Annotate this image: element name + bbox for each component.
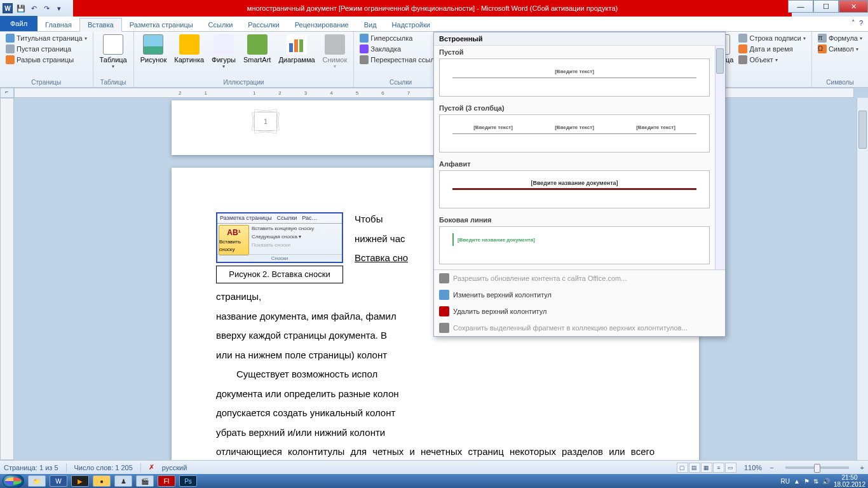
close-button[interactable]: ✕ bbox=[839, 0, 868, 13]
status-page[interactable]: Страница: 1 из 5 bbox=[4, 464, 58, 471]
picture-icon bbox=[143, 34, 163, 55]
tab-insert[interactable]: Вставка bbox=[79, 18, 122, 32]
view-buttons: ▢ ▤ ▦ ≡ ▭ bbox=[677, 463, 736, 473]
table-button[interactable]: Таблица bbox=[97, 33, 130, 71]
tray-language[interactable]: RU bbox=[781, 478, 790, 485]
equation-icon: π bbox=[818, 34, 827, 43]
tab-page-layout[interactable]: Разметка страницы bbox=[122, 18, 201, 31]
smartart-icon bbox=[247, 34, 268, 55]
status-language[interactable]: русский bbox=[162, 464, 187, 471]
tab-review[interactable]: Рецензирование bbox=[287, 18, 356, 31]
qat-undo-icon[interactable]: ↶ bbox=[28, 3, 39, 14]
ribbon-tabstrip: Файл Главная Вставка Разметка страницы С… bbox=[0, 17, 868, 32]
status-word-count[interactable]: Число слов: 1 205 bbox=[74, 464, 133, 471]
taskbar-explorer-icon[interactable]: 📁 bbox=[28, 475, 46, 487]
maximize-button[interactable]: ☐ bbox=[813, 0, 839, 13]
cross-ref-button[interactable]: Перекрестная ссылка bbox=[358, 55, 444, 65]
chart-button[interactable]: Диаграмма bbox=[276, 33, 317, 65]
vertical-scrollbar[interactable] bbox=[857, 98, 868, 460]
view-outline-icon[interactable]: ≡ bbox=[713, 463, 724, 473]
qat-redo-icon[interactable]: ↷ bbox=[41, 3, 52, 14]
scrollbar-thumb[interactable] bbox=[858, 111, 867, 149]
group-label-tables: Таблицы bbox=[97, 78, 130, 87]
zoom-in-button[interactable]: + bbox=[860, 464, 864, 471]
tab-references[interactable]: Ссылки bbox=[201, 18, 241, 31]
gallery-item-blank-3col[interactable]: [Введите текст][Введите текст][Введите т… bbox=[439, 114, 710, 152]
tray-clock[interactable]: 21:5018.02.2012 bbox=[834, 474, 865, 488]
help-icon[interactable]: ? bbox=[859, 19, 863, 27]
tab-file[interactable]: Файл bbox=[0, 16, 37, 31]
tab-addins[interactable]: Надстройки bbox=[384, 18, 438, 31]
tray-network-icon[interactable]: ⇅ bbox=[813, 478, 818, 485]
view-web-icon[interactable]: ▦ bbox=[701, 463, 712, 473]
gallery-action-save-selection: Сохранить выделенный фрагмент в коллекци… bbox=[434, 320, 725, 336]
clipart-button[interactable]: Картинка bbox=[172, 33, 207, 65]
cover-page-button[interactable]: Титульная страница bbox=[4, 33, 89, 43]
shapes-button[interactable]: Фигуры bbox=[209, 33, 238, 71]
object-button[interactable]: Объект bbox=[736, 55, 807, 65]
view-fullscreen-icon[interactable]: ▤ bbox=[689, 463, 700, 473]
body-text: допускается создать уникальный колонт bbox=[216, 406, 654, 421]
table-icon bbox=[103, 34, 123, 55]
taskbar-aimp-icon[interactable]: ▶ bbox=[71, 475, 89, 487]
equation-button[interactable]: πФормула bbox=[816, 33, 864, 43]
hyperlink-button[interactable]: Гиперссылка bbox=[358, 33, 444, 43]
clipart-icon bbox=[179, 34, 200, 55]
gallery-scrollbar-thumb[interactable] bbox=[716, 48, 724, 74]
remove-header-icon bbox=[439, 306, 449, 316]
symbol-icon: Ω bbox=[818, 44, 827, 53]
tray-volume-icon[interactable]: 🔊 bbox=[822, 478, 830, 485]
figure-caption: Рисунок 2. Вставка сноски bbox=[216, 266, 343, 283]
minimize-button[interactable]: — bbox=[788, 0, 813, 13]
gallery-item-alphabet[interactable]: [Введите название документа] bbox=[439, 170, 710, 208]
body-text: отличающиеся колонтитулы для четных и не… bbox=[216, 445, 654, 460]
blank-page-button[interactable]: Пустая страница bbox=[4, 44, 89, 54]
taskbar-word-icon[interactable]: W bbox=[50, 475, 67, 487]
window-controls: — ☐ ✕ bbox=[788, 0, 868, 13]
qat-save-icon[interactable]: 💾 bbox=[15, 3, 27, 14]
gallery-item-sideline[interactable]: [Введите название документа] bbox=[439, 226, 710, 264]
body-text: Чтобы bbox=[355, 214, 383, 224]
taskbar-app5-icon[interactable]: ♟ bbox=[114, 475, 132, 487]
signature-line-button[interactable]: Строка подписи bbox=[736, 33, 807, 43]
hyperlink-icon bbox=[360, 34, 369, 43]
picture-button[interactable]: Рисунок bbox=[138, 33, 170, 65]
status-proofing-icon[interactable]: ✗ bbox=[149, 463, 154, 471]
gallery-item-label: Пустой bbox=[434, 46, 715, 57]
group-label-links: Ссылки bbox=[358, 78, 444, 87]
taskbar-chrome-icon[interactable]: ● bbox=[93, 475, 111, 487]
minimize-ribbon-icon[interactable]: ˄ bbox=[851, 19, 855, 27]
start-button[interactable] bbox=[3, 475, 24, 487]
tab-mailings[interactable]: Рассылки bbox=[240, 18, 287, 31]
screenshot-button[interactable]: Снимок bbox=[320, 33, 350, 71]
gallery-action-remove-header[interactable]: Удалить верхний колонтитул bbox=[434, 303, 725, 320]
bookmark-button[interactable]: Закладка bbox=[358, 44, 444, 54]
tab-home[interactable]: Главная bbox=[37, 18, 79, 31]
qat-customize-icon[interactable]: ▾ bbox=[53, 3, 65, 14]
smartart-button[interactable]: SmartArt bbox=[241, 33, 273, 65]
page-break-button[interactable]: Разрыв страницы bbox=[4, 55, 89, 65]
view-print-layout-icon[interactable]: ▢ bbox=[677, 463, 688, 473]
gallery-action-edit-header[interactable]: Изменить верхний колонтитул bbox=[434, 287, 725, 303]
app-icon: W bbox=[3, 3, 13, 13]
tab-view[interactable]: Вид bbox=[356, 18, 384, 31]
ruler-corner[interactable]: ⌐ bbox=[0, 88, 14, 98]
taskbar-mpc-icon[interactable]: 🎬 bbox=[136, 475, 154, 487]
gallery-scroll[interactable]: Пустой [Введите текст] Пустой (3 столбца… bbox=[434, 46, 725, 269]
zoom-out-button[interactable]: − bbox=[770, 464, 773, 471]
gallery-scrollbar[interactable] bbox=[715, 46, 725, 269]
screenshot-icon bbox=[325, 34, 345, 55]
vertical-ruler[interactable] bbox=[0, 98, 14, 460]
zoom-level[interactable]: 110% bbox=[744, 464, 762, 471]
cover-page-icon bbox=[6, 34, 15, 43]
tray-action-center-icon[interactable]: ⚑ bbox=[804, 478, 810, 485]
taskbar-flash-icon[interactable]: Fl bbox=[158, 475, 175, 487]
zoom-slider[interactable] bbox=[785, 466, 849, 469]
gallery-item-blank[interactable]: [Введите текст] bbox=[439, 58, 710, 97]
view-draft-icon[interactable]: ▭ bbox=[725, 463, 736, 473]
taskbar-photoshop-icon[interactable]: Ps bbox=[179, 475, 197, 487]
symbol-button[interactable]: ΩСимвол bbox=[816, 44, 864, 54]
date-time-button[interactable]: Дата и время bbox=[736, 44, 807, 54]
tray-flag-icon[interactable]: ▲ bbox=[794, 478, 800, 485]
ribbon-help: ˄ ? bbox=[851, 19, 863, 27]
